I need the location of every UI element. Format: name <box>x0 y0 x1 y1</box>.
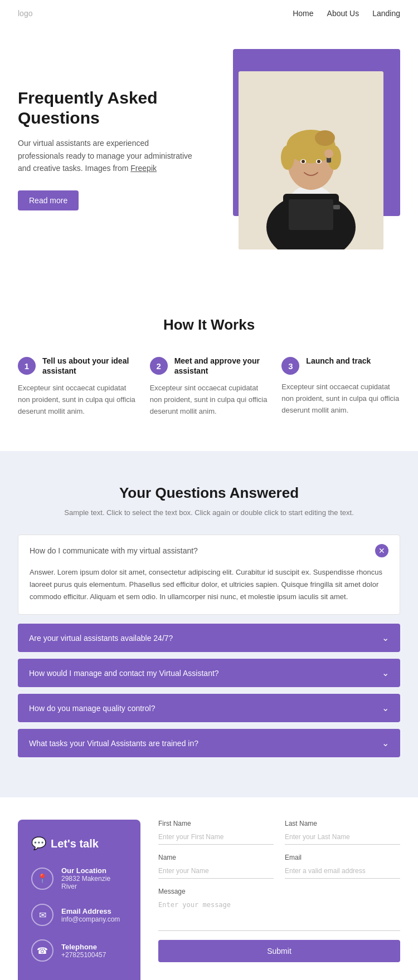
phone-label: Telephone <box>61 943 106 951</box>
email-value: info@company.com <box>61 915 120 923</box>
step-1-number: 1 <box>18 357 36 375</box>
name-group: Name <box>158 854 274 879</box>
hero-description: Our virtual assistants are experienced p… <box>18 137 196 174</box>
nav-links: Home About Us Landing <box>293 9 400 18</box>
freepik-link[interactable]: Freepik <box>130 164 157 173</box>
faq-open-question-toggle[interactable]: How do I communicate with my virtual ass… <box>18 535 400 566</box>
form-row-2: Name Email <box>158 854 400 879</box>
logo: logo <box>18 9 32 18</box>
contact-phone-text: Telephone +27825100457 <box>61 943 106 959</box>
hero-image-area <box>196 49 400 249</box>
step-3-header: 3 Launch and track <box>281 356 400 375</box>
last-name-group: Last Name <box>285 820 400 845</box>
hero-section: Frequently Asked Questions Our virtual a… <box>0 27 418 283</box>
navbar: logo Home About Us Landing <box>0 0 418 27</box>
message-textarea[interactable] <box>158 898 400 931</box>
step-1-title: Tell us about your ideal assistant <box>42 356 137 376</box>
faq-item-open: How do I communicate with my virtual ass… <box>18 535 400 615</box>
svg-rect-17 <box>333 205 340 209</box>
faq-open-answer: Answer. Lorem ipsum dolor sit amet, cons… <box>18 566 400 614</box>
last-name-input[interactable] <box>285 830 400 845</box>
svg-point-14 <box>317 160 320 163</box>
step-1-desc: Excepteur sint occaecat cupidatat non pr… <box>18 383 137 417</box>
phone-value: +27825100457 <box>61 951 106 959</box>
contact-section: 💬 Let's talk 📍 Our Location 29832 Makenz… <box>0 797 418 980</box>
step-3-desc: Excepteur sint occaecat cupidatat non pr… <box>281 381 400 416</box>
form-row-1: First Name Last Name <box>158 820 400 845</box>
contact-form: First Name Last Name Name Email Message … <box>140 820 400 980</box>
email-icon: ✉ <box>31 904 54 926</box>
hero-text: Frequently Asked Questions Our virtual a… <box>18 88 196 210</box>
faq-purple-2-text: How would I manage and contact my Virtua… <box>29 669 219 678</box>
faq-item-purple-2[interactable]: How would I manage and contact my Virtua… <box>18 659 400 687</box>
faq-subtitle: Sample text. Click to select the text bo… <box>18 508 400 517</box>
contact-card-title: 💬 Let's talk <box>31 836 127 851</box>
read-more-button[interactable]: Read more <box>18 190 79 210</box>
faq-open-question-text: How do I communicate with my virtual ass… <box>30 546 198 555</box>
step-1-header: 1 Tell us about your ideal assistant <box>18 356 137 376</box>
location-value: 29832 Makenzie River <box>61 875 127 890</box>
name-label: Name <box>158 854 274 861</box>
svg-rect-16 <box>289 199 333 230</box>
hero-photo <box>239 71 383 249</box>
step-2-number: 2 <box>150 357 168 375</box>
step-3-number: 3 <box>281 357 299 375</box>
how-it-works-title: How It Works <box>18 316 400 334</box>
step-3: 3 Launch and track Excepteur sint occaec… <box>281 356 400 418</box>
name-input[interactable] <box>158 864 274 879</box>
first-name-input[interactable] <box>158 830 274 845</box>
faq-chevron-4: ⌄ <box>382 738 389 748</box>
faq-section: Your Questions Answered Sample text. Cli… <box>0 451 418 797</box>
location-label: Our Location <box>61 866 127 875</box>
email-group: Email <box>285 854 400 879</box>
hero-image-svg <box>239 71 383 249</box>
faq-purple-3-text: How do you manage quality control? <box>29 704 155 713</box>
faq-item-purple-4[interactable]: What tasks your Virtual Assistants are t… <box>18 729 400 757</box>
faq-item-purple-1[interactable]: Are your virtual assistants available 24… <box>18 624 400 652</box>
svg-point-19 <box>324 149 333 158</box>
nav-landing[interactable]: Landing <box>372 9 400 18</box>
submit-button[interactable]: Submit <box>158 940 400 962</box>
faq-open-icon: ✕ <box>375 544 388 557</box>
email-field-label: Email <box>285 854 400 861</box>
contact-phone: ☎ Telephone +27825100457 <box>31 939 127 962</box>
last-name-label: Last Name <box>285 820 400 827</box>
faq-item-purple-3[interactable]: How do you manage quality control? ⌄ <box>18 694 400 722</box>
contact-location-text: Our Location 29832 Makenzie River <box>61 866 127 890</box>
message-group: Message <box>158 888 400 931</box>
faq-chevron-3: ⌄ <box>382 703 389 713</box>
email-input[interactable] <box>285 864 400 879</box>
step-2-header: 2 Meet and approve your assistant <box>150 356 269 376</box>
message-label: Message <box>158 888 400 895</box>
first-name-group: First Name <box>158 820 274 845</box>
faq-chevron-2: ⌄ <box>382 668 389 678</box>
first-name-label: First Name <box>158 820 274 827</box>
hero-title: Frequently Asked Questions <box>18 88 196 128</box>
contact-location: 📍 Our Location 29832 Makenzie River <box>31 866 127 890</box>
phone-icon: ☎ <box>31 939 54 962</box>
contact-email-text: Email Address info@company.com <box>61 907 120 923</box>
contact-card: 💬 Let's talk 📍 Our Location 29832 Makenz… <box>18 820 140 980</box>
location-icon: 📍 <box>31 868 54 890</box>
step-2-desc: Excepteur sint occaecat cupidatat non pr… <box>150 383 269 417</box>
svg-point-13 <box>302 160 305 163</box>
chat-icon: 💬 <box>31 836 46 851</box>
step-2-title: Meet and approve your assistant <box>174 356 269 376</box>
steps-container: 1 Tell us about your ideal assistant Exc… <box>18 356 400 418</box>
step-2: 2 Meet and approve your assistant Except… <box>150 356 269 418</box>
svg-point-10 <box>315 130 335 146</box>
how-it-works-section: How It Works 1 Tell us about your ideal … <box>0 283 418 451</box>
nav-home[interactable]: Home <box>293 9 313 18</box>
step-3-title: Launch and track <box>306 356 371 366</box>
nav-about[interactable]: About Us <box>327 9 359 18</box>
faq-title: Your Questions Answered <box>18 484 400 502</box>
contact-email-info: ✉ Email Address info@company.com <box>31 904 127 926</box>
step-1: 1 Tell us about your ideal assistant Exc… <box>18 356 137 418</box>
faq-purple-4-text: What tasks your Virtual Assistants are t… <box>29 739 198 748</box>
faq-chevron-1: ⌄ <box>382 633 389 643</box>
faq-purple-1-text: Are your virtual assistants available 24… <box>29 634 173 643</box>
email-label: Email Address <box>61 907 120 915</box>
